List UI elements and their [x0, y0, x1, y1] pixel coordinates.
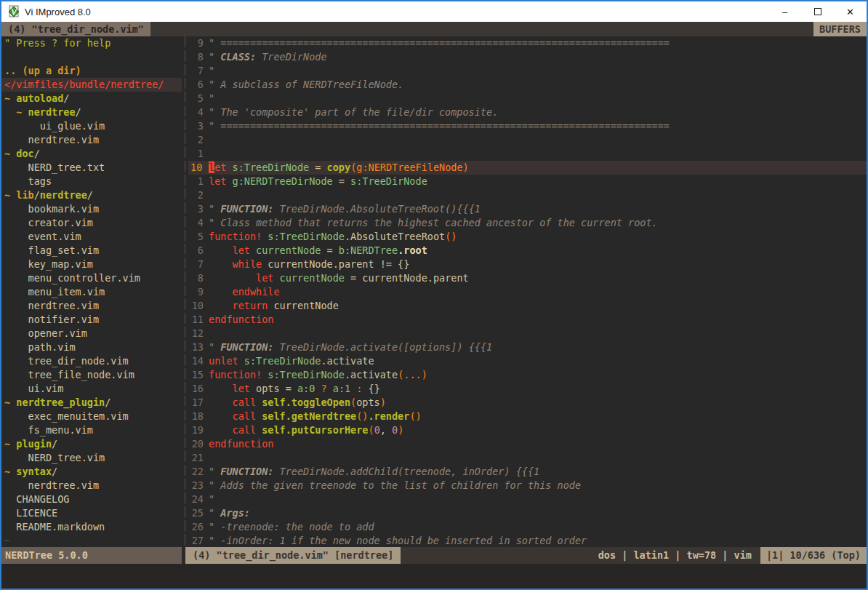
code-line[interactable]: 25" Args:	[188, 506, 867, 520]
syntax-segment: TreeDirNode.AbsoluteTreeRoot(){{{1	[273, 203, 480, 215]
code-line[interactable]: 10let s:TreeDirNode = copy(g:NERDTreeFil…	[188, 161, 867, 175]
tree-file[interactable]: LICENCE	[1, 506, 182, 520]
tree-file[interactable]: NERD_tree.txt	[1, 161, 182, 175]
tree-file[interactable]: menu_controller.vim	[1, 271, 182, 285]
code-line[interactable]: 11endfunction	[188, 313, 867, 327]
statusline-nerdtree: NERDTree 5.0.0	[1, 547, 182, 564]
code-line[interactable]: 5"	[188, 92, 867, 105]
code-line[interactable]: 20endfunction	[188, 437, 867, 451]
code-line[interactable]: 7"	[188, 64, 867, 78]
tree-file[interactable]: NERD_tree.vim	[1, 451, 182, 465]
tree-file[interactable]: CHANGELOG	[1, 493, 182, 506]
tree-file[interactable]: nerdtree.vim	[1, 133, 182, 147]
syntax-segment: LICENCE	[4, 507, 57, 519]
editor-area: " Press ? for help.. (up a dir)</vimfile…	[1, 36, 867, 547]
tree-file[interactable]: key_map.vim	[1, 258, 182, 271]
code-line[interactable]: 3" FUNCTION: TreeDirNode.AbsoluteTreeRoo…	[188, 202, 867, 216]
tree-file[interactable]: fs_menu.vim	[1, 423, 182, 437]
code-line[interactable]: 4" The 'composite' part of the file/dir …	[188, 105, 867, 119]
tree-blank[interactable]	[1, 50, 182, 64]
tree-file[interactable]: nerdtree.vim	[1, 299, 182, 313]
code-line[interactable]: 4" Class method that returns the highest…	[188, 216, 867, 230]
minimize-button[interactable]: –	[768, 1, 801, 22]
tree-dir-syntax[interactable]: ~ syntax/	[1, 465, 182, 479]
code-line[interactable]: 23" Adds the given treenode to the list …	[188, 479, 867, 493]
code-line[interactable]: 10 return currentNode	[188, 299, 867, 313]
tree-dir-autoload[interactable]: ~ autoload/	[1, 92, 182, 105]
syntax-segment: a:0	[297, 383, 315, 394]
tree-file[interactable]: opener.vim	[1, 327, 182, 340]
buffers-tab[interactable]: BUFFERS	[813, 22, 867, 36]
code-line[interactable]: 1let g:NERDTreeDirNode = s:TreeDirNode	[188, 175, 867, 188]
code-line[interactable]: 7 while currentNode.parent != {}	[188, 258, 867, 271]
code-line[interactable]: 24"	[188, 493, 867, 506]
tree-file[interactable]: flag_set.vim	[1, 244, 182, 258]
tree-file[interactable]: creator.vim	[1, 216, 182, 230]
code-line[interactable]: 12	[188, 327, 867, 340]
tree-up-a-dir[interactable]: .. (up a dir)	[1, 64, 182, 78]
code-line[interactable]: 27" -inOrder: 1 if the new node should b…	[188, 534, 867, 547]
tree-help-line[interactable]: " Press ? for help	[1, 36, 182, 50]
code-line[interactable]: 18 call self.getNerdtree().render()	[188, 410, 867, 423]
code-line[interactable]: 8" CLASS: TreeDirNode	[188, 50, 867, 64]
code-line[interactable]: 2	[188, 133, 867, 147]
tree-tilde[interactable]: ~	[1, 534, 182, 547]
tree-file[interactable]: tree_file_node.vim	[1, 368, 182, 382]
code-line[interactable]: 22" FUNCTION: TreeDirNode.addChild(treen…	[188, 465, 867, 479]
code-line[interactable]: 2	[188, 188, 867, 202]
line-number: 25	[188, 506, 209, 520]
command-line[interactable]	[1, 564, 867, 589]
line-number: 23	[188, 479, 209, 493]
maximize-button[interactable]	[801, 1, 834, 22]
tree-file[interactable]: bookmark.vim	[1, 202, 182, 216]
line-number: 22	[188, 465, 209, 479]
active-tab[interactable]: (4) "tree_dir_node.vim"	[1, 22, 150, 36]
code-line[interactable]: 8 let currentNode = currentNode.parent	[188, 271, 867, 285]
tree-dir-doc[interactable]: ~ doc/	[1, 147, 182, 161]
syntax-segment	[209, 396, 233, 408]
tree-file[interactable]: notifier.vim	[1, 313, 182, 327]
tree-file[interactable]: path.vim	[1, 340, 182, 354]
syntax-segment	[209, 424, 233, 436]
code-line[interactable]: 21	[188, 451, 867, 465]
close-button[interactable]: ✕	[834, 1, 867, 22]
syntax-segment: " Class method that returns the highest …	[209, 217, 658, 228]
tree-file[interactable]: ui_glue.vim	[1, 119, 182, 133]
code-line[interactable]: 9 endwhile	[188, 285, 867, 299]
syntax-segment: FUNCTION:	[220, 341, 273, 353]
tree-dir-nerdtree-plugin[interactable]: ~ nerdtree_plugin/	[1, 396, 182, 410]
code-line[interactable]: 26" -treenode: the node to add	[188, 520, 867, 534]
code-line[interactable]: 9" =====================================…	[188, 36, 867, 50]
tree-file[interactable]: event.vim	[1, 230, 182, 244]
code-line[interactable]: 15function! s:TreeDirNode.activate(...)	[188, 368, 867, 382]
tree-file[interactable]: nerdtree.vim	[1, 479, 182, 493]
vim-window: Vi IMproved 8.0 – ✕ (4) "tree_dir_node.v…	[0, 0, 868, 590]
code-line[interactable]: 6 let currentNode = b:NERDTree.root	[188, 244, 867, 258]
code-line[interactable]: 13" FUNCTION: TreeDirNode.activate([opti…	[188, 340, 867, 354]
line-number: 21	[188, 451, 209, 465]
code-text: " ======================================…	[209, 119, 670, 133]
tree-file[interactable]: tree_dir_node.vim	[1, 354, 182, 368]
tree-file[interactable]: menu_item.vim	[1, 285, 182, 299]
line-number: 9	[188, 285, 209, 299]
tree-file[interactable]: tags	[1, 175, 182, 188]
code-line[interactable]: 6" A subclass of NERDTreeFileNode.	[188, 78, 867, 92]
window-separator[interactable]	[182, 36, 188, 547]
syntax-segment: self.getNerdtree	[262, 410, 356, 422]
code-line[interactable]: 14unlet s:TreeDirNode.activate	[188, 354, 867, 368]
code-line[interactable]: 1	[188, 147, 867, 161]
tree-file[interactable]: README.markdown	[1, 520, 182, 534]
syntax-segment	[209, 272, 256, 284]
code-line[interactable]: 3" =====================================…	[188, 119, 867, 133]
code-text: " ======================================…	[209, 36, 670, 50]
tree-dir-lib-nerdtree[interactable]: ~ lib/nerdtree/	[1, 188, 182, 202]
tree-root-path[interactable]: </vimfiles/bundle/nerdtree/	[1, 78, 182, 92]
tree-dir-plugin[interactable]: ~ plugin/	[1, 437, 182, 451]
code-line[interactable]: 16 let opts = a:0 ? a:1 : {}	[188, 382, 867, 396]
tree-file[interactable]: ui.vim	[1, 382, 182, 396]
code-line[interactable]: 17 call self.toggleOpen(opts)	[188, 396, 867, 410]
tree-dir-nerdtree[interactable]: ~ nerdtree/	[1, 105, 182, 119]
code-line[interactable]: 19 call self.putCursorHere(0, 0)	[188, 423, 867, 437]
code-line[interactable]: 5function! s:TreeDirNode.AbsoluteTreeRoo…	[188, 230, 867, 244]
tree-file[interactable]: exec_menuitem.vim	[1, 410, 182, 423]
